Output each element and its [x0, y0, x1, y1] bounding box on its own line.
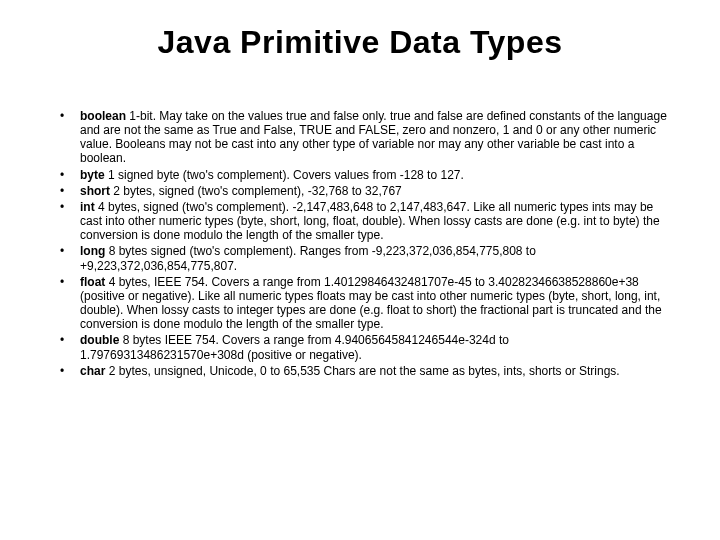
- list-item: boolean 1-bit. May take on the values tr…: [56, 109, 668, 166]
- list-item: byte 1 signed byte (two's complement). C…: [56, 168, 668, 182]
- desc: 4 bytes, signed (two's complement). -2,1…: [80, 200, 660, 242]
- slide: Java Primitive Data Types boolean 1-bit.…: [0, 0, 720, 540]
- list-item: double 8 bytes IEEE 754. Covers a range …: [56, 333, 668, 361]
- list-item: int 4 bytes, signed (two's complement). …: [56, 200, 668, 242]
- term: char: [80, 364, 105, 378]
- desc: 8 bytes IEEE 754. Covers a range from 4.…: [80, 333, 509, 361]
- desc: 1-bit. May take on the values true and f…: [80, 109, 667, 165]
- desc: 8 bytes signed (two's complement). Range…: [80, 244, 536, 272]
- list-item: float 4 bytes, IEEE 754. Covers a range …: [56, 275, 668, 332]
- term: int: [80, 200, 95, 214]
- list-item: char 2 bytes, unsigned, Unicode, 0 to 65…: [56, 364, 668, 378]
- term: double: [80, 333, 119, 347]
- term: long: [80, 244, 105, 258]
- term: byte: [80, 168, 105, 182]
- list-item: short 2 bytes, signed (two's complement)…: [56, 184, 668, 198]
- desc: 2 bytes, unsigned, Unicode, 0 to 65,535 …: [105, 364, 619, 378]
- list-item: long 8 bytes signed (two's complement). …: [56, 244, 668, 272]
- term: float: [80, 275, 105, 289]
- page-title: Java Primitive Data Types: [48, 24, 672, 61]
- term: boolean: [80, 109, 126, 123]
- term: short: [80, 184, 110, 198]
- bullet-list: boolean 1-bit. May take on the values tr…: [48, 109, 672, 378]
- desc: 4 bytes, IEEE 754. Covers a range from 1…: [80, 275, 662, 331]
- desc: 1 signed byte (two's complement). Covers…: [105, 168, 464, 182]
- desc: 2 bytes, signed (two's complement), -32,…: [110, 184, 402, 198]
